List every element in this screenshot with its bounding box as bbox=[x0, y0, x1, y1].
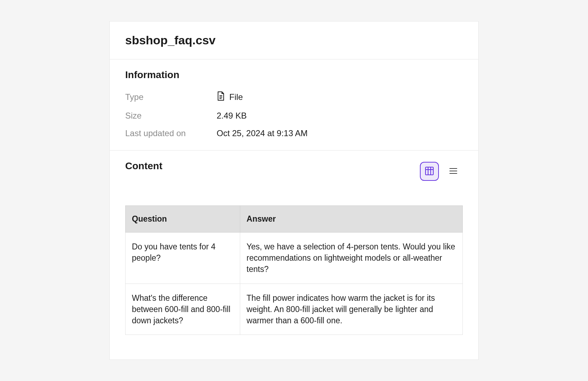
cell-question: What's the difference between 600-fill a… bbox=[126, 284, 240, 335]
size-label: Size bbox=[125, 111, 217, 121]
table-view-button[interactable] bbox=[420, 162, 439, 181]
table-header-row: Question Answer bbox=[126, 206, 463, 233]
content-section: Content bbox=[110, 151, 478, 350]
type-field: Type File bbox=[125, 91, 463, 103]
list-icon bbox=[449, 166, 458, 177]
svg-rect-3 bbox=[426, 167, 433, 175]
cell-question: Do you have tents for 4 people? bbox=[126, 233, 240, 284]
view-controls bbox=[420, 162, 463, 181]
cell-answer: Yes, we have a selection of 4-person ten… bbox=[240, 233, 463, 284]
faq-table: Question Answer Do you have tents for 4 … bbox=[125, 205, 463, 335]
content-heading: Content bbox=[125, 160, 162, 172]
size-value: 2.49 KB bbox=[217, 111, 247, 121]
type-value: File bbox=[217, 91, 243, 103]
content-header-row: Content bbox=[125, 160, 463, 182]
file-title: sbshop_faq.csv bbox=[125, 33, 463, 47]
updated-label: Last updated on bbox=[125, 128, 217, 138]
file-detail-panel: sbshop_faq.csv Information Type File bbox=[109, 21, 479, 360]
size-field: Size 2.49 KB bbox=[125, 111, 463, 121]
information-section: Information Type File Size 2.49 KB bbox=[110, 59, 478, 151]
information-heading: Information bbox=[125, 69, 463, 81]
updated-value: Oct 25, 2024 at 9:13 AM bbox=[217, 128, 308, 138]
column-header-question: Question bbox=[126, 206, 240, 233]
table-row: What's the difference between 600-fill a… bbox=[126, 284, 463, 335]
updated-field: Last updated on Oct 25, 2024 at 9:13 AM bbox=[125, 128, 463, 138]
cell-answer: The fill power indicates how warm the ja… bbox=[240, 284, 463, 335]
column-header-answer: Answer bbox=[240, 206, 463, 233]
list-view-button[interactable] bbox=[444, 162, 463, 181]
table-row: Do you have tents for 4 people? Yes, we … bbox=[126, 233, 463, 284]
grid-icon bbox=[424, 166, 434, 177]
type-value-text: File bbox=[229, 92, 243, 102]
file-header: sbshop_faq.csv bbox=[110, 21, 478, 59]
type-label: Type bbox=[125, 92, 217, 102]
file-icon bbox=[217, 91, 225, 103]
